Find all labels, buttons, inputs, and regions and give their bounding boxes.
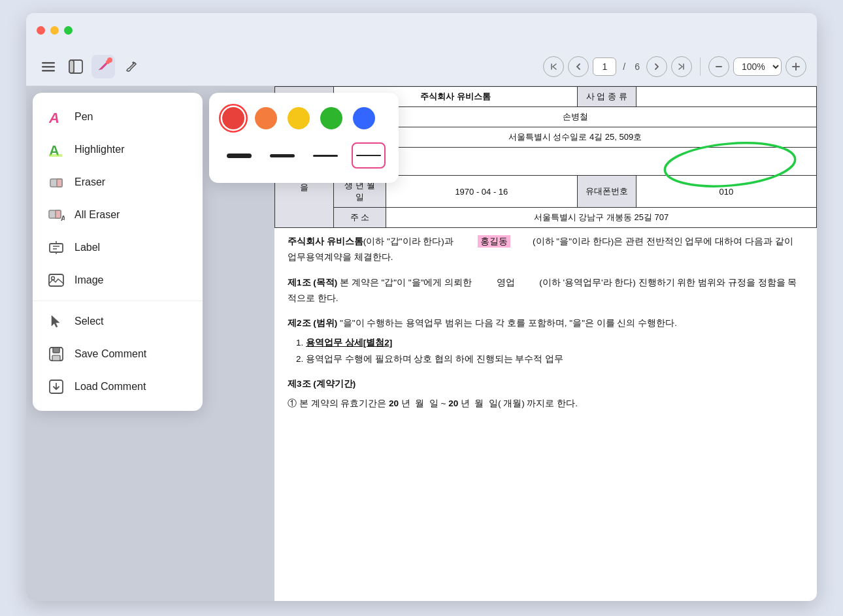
thickness-4[interactable]: [352, 142, 386, 169]
maximize-button[interactable]: [64, 26, 73, 35]
svg-rect-4: [69, 60, 74, 73]
tool-item-all-eraser[interactable]: A All Eraser: [33, 199, 203, 231]
left-area: A Pen A Highlighter: [26, 86, 274, 601]
svg-point-5: [106, 60, 110, 64]
browser-window: 1 / 6 100% 75% 125%: [26, 13, 817, 601]
zoom-select[interactable]: 100% 75% 125% 150%: [733, 57, 782, 76]
tool-menu-panel: A Pen A Highlighter: [33, 93, 203, 411]
menu-icon[interactable]: [37, 55, 60, 78]
tool-item-label[interactable]: Label: [33, 231, 203, 264]
pen-icon: A: [47, 108, 65, 126]
brush-icon[interactable]: [119, 55, 142, 78]
content-area: A Pen A Highlighter: [26, 86, 817, 601]
table-cell: [636, 87, 816, 107]
table-cell: 1970 - 04 - 16: [386, 176, 578, 208]
color-blue[interactable]: [353, 107, 375, 129]
first-page-button[interactable]: [543, 56, 564, 77]
prev-page-button[interactable]: [568, 56, 589, 77]
svg-rect-13: [57, 179, 62, 187]
zoom-in-button[interactable]: [785, 56, 806, 77]
color-row: [222, 107, 386, 129]
paragraph-3: 제2조 (범위) "을"이 수행하는 용역업무 범위는 다음 각 호를 포함하며…: [288, 316, 804, 331]
tool-item-pen[interactable]: A Pen: [33, 101, 203, 133]
close-button[interactable]: [37, 26, 45, 35]
eraser-label: Eraser: [74, 176, 105, 188]
thickness-row: [222, 142, 386, 169]
toolbar-left: [37, 55, 142, 78]
highlighter-label: Highlighter: [74, 144, 124, 155]
tool-item-eraser[interactable]: Eraser: [33, 166, 203, 199]
select-label: Select: [74, 316, 103, 327]
all-eraser-label: All Eraser: [74, 209, 120, 221]
svg-text:A: A: [48, 110, 59, 125]
pdf-text-content: 주식회사 유비스톰(이하 "갑"이라 한다)과 홍길동 (이하 "을"이라 한다…: [274, 223, 817, 423]
eraser-icon: [47, 173, 65, 191]
table-cell: 손병철: [334, 107, 817, 127]
tool-item-select[interactable]: Select: [33, 305, 203, 338]
annotate-icon[interactable]: [91, 55, 115, 78]
list-item-2: 용역업무 수행에 필요하며 상호 협의 하에 진행되는 부수적 업무: [306, 351, 804, 367]
page-separator: /: [623, 61, 625, 72]
next-page-button[interactable]: [646, 56, 667, 77]
last-page-button[interactable]: [671, 56, 692, 77]
svg-rect-24: [52, 355, 60, 361]
paragraph-1: 주식회사 유비스톰(이하 "갑"이라 한다)과 홍길동 (이하 "을"이라 한다…: [288, 234, 804, 266]
load-comment-icon: [47, 378, 65, 396]
label-label: Label: [74, 242, 100, 253]
save-comment-label: Save Comment: [74, 348, 146, 360]
load-comment-label: Load Comment: [74, 381, 146, 393]
svg-text:A: A: [61, 214, 65, 222]
color-orange[interactable]: [255, 107, 277, 129]
list-item-1: 용역업무 상세[별첨2]: [306, 335, 804, 351]
table-cell: 사 업 종 류: [577, 87, 636, 107]
svg-point-26: [663, 138, 797, 191]
title-bar: [26, 13, 817, 47]
table-cell: [386, 148, 817, 176]
color-red[interactable]: [222, 107, 244, 129]
zoom-out-button[interactable]: [708, 56, 729, 77]
tool-item-save-comment[interactable]: Save Comment: [33, 338, 203, 370]
svg-rect-17: [50, 244, 63, 252]
article-2-list: 용역업무 상세[별첨2] 용역업무 수행에 필요하며 상호 협의 하에 진행되는…: [306, 335, 804, 367]
svg-rect-1: [42, 66, 55, 68]
list-item-1-text: 용역업무 상세[별첨2]: [306, 338, 392, 348]
svg-rect-11: [49, 154, 62, 157]
svg-rect-15: [56, 210, 61, 218]
paragraph-4: 제3조 (계약기간): [288, 376, 804, 392]
minimize-button[interactable]: [50, 26, 59, 35]
thickness-1[interactable]: [222, 142, 256, 169]
paragraph-2: 제1조 (목적) 본 계약은 "갑"이 "을"에게 의뢰한 영업 (이하 '용역…: [288, 275, 804, 307]
tool-item-image[interactable]: Image: [33, 264, 203, 297]
company-name: 주식회사 유비스톰: [288, 236, 363, 246]
color-green[interactable]: [320, 107, 342, 129]
tool-item-load-comment[interactable]: Load Comment: [33, 370, 203, 403]
image-icon: [47, 271, 65, 289]
thickness-3[interactable]: [308, 142, 342, 169]
highlighted-name: 홍길동: [478, 235, 510, 248]
select-icon: [47, 312, 65, 331]
svg-rect-0: [42, 62, 55, 64]
color-yellow[interactable]: [288, 107, 310, 129]
article-3-sub: ① 본 계약의 유효기간은 20 년 월 일 ~ 20 년 월 일( 개월) 까…: [288, 396, 804, 412]
all-eraser-icon: A: [47, 206, 65, 224]
tool-divider-1: [33, 300, 203, 301]
pen-label: Pen: [74, 111, 93, 123]
save-comment-icon: [47, 345, 65, 363]
page-number-input[interactable]: 1: [593, 57, 616, 76]
green-circle-annotation: [658, 138, 802, 191]
svg-rect-23: [53, 348, 59, 353]
color-thickness-picker: [209, 93, 399, 183]
page-total: 6: [635, 61, 640, 72]
panel-toggle-icon[interactable]: [64, 55, 88, 78]
article-3-title: 제3조 (계약기간): [288, 379, 355, 389]
table-cell: 유대폰번호: [577, 176, 636, 208]
toolbar-right: 1 / 6 100% 75% 125%: [543, 56, 806, 77]
tool-item-highlighter[interactable]: A Highlighter: [33, 133, 203, 166]
traffic-lights: [37, 26, 73, 35]
image-label: Image: [74, 274, 103, 286]
article-1-title: 제1조 (목적): [288, 278, 337, 287]
label-icon: [47, 238, 65, 257]
toolbar-divider: [700, 57, 701, 76]
highlighter-icon: A: [47, 140, 65, 159]
thickness-2[interactable]: [265, 142, 299, 169]
